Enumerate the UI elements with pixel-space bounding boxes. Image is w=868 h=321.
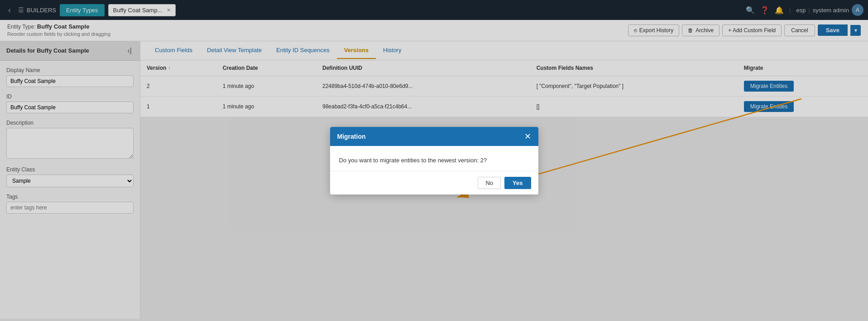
modal-close-button[interactable]: ✕	[524, 132, 531, 141]
modal-title: Migration	[337, 133, 366, 140]
modal-yes-button[interactable]: Yes	[504, 177, 531, 189]
modal-footer: No Yes	[330, 171, 538, 195]
modal-body: Do you want to migrate entities to the n…	[330, 146, 538, 171]
modal-header: Migration ✕	[330, 127, 538, 146]
modal-overlay: Migration ✕ Do you want to migrate entit…	[0, 0, 868, 321]
migration-modal: Migration ✕ Do you want to migrate entit…	[330, 127, 538, 195]
modal-no-button[interactable]: No	[478, 177, 501, 189]
modal-body-text: Do you want to migrate entities to the n…	[339, 157, 529, 164]
